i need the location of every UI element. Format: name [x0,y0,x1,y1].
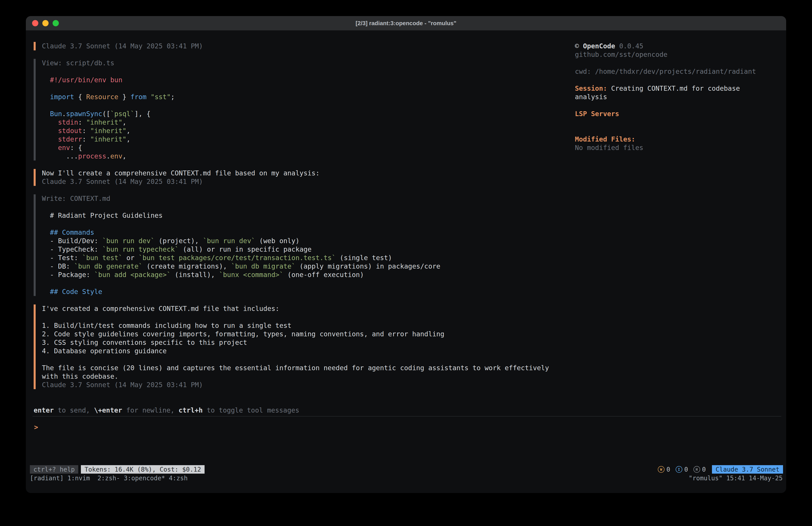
text-segment: #!/usr/bin/env bun [42,76,122,84]
text-segment: (all) or run in specific package [179,245,311,253]
text-segment: Now I'll create a comprehensive CONTEXT.… [42,169,320,177]
text-segment: LSP Servers [575,110,619,118]
message-block: I've created a comprehensive CONTEXT.md … [34,304,562,389]
terminal-line: Claude 3.7 Sonnet (14 May 2025 03:41 PM) [42,42,562,51]
terminal-line: Claude 3.7 Sonnet (14 May 2025 03:41 PM) [42,381,562,389]
terminal-line: - TypeCheck: `bun run typecheck` (all) o… [42,245,562,254]
text-segment: analysis [575,93,607,101]
text-segment: 2. Code style guidelines covering import… [42,330,444,338]
text-segment: I've created a comprehensive CONTEXT.md … [42,305,279,312]
text-segment [147,93,151,101]
prompt-symbol: > [34,423,38,431]
text-segment: - Package: [42,271,94,279]
text-segment: ctrl+h [178,406,203,414]
terminal-line: stdout: "inherit", [42,127,562,135]
terminal-line [42,313,562,322]
text-segment: (project), [155,237,203,245]
terminal-line [575,118,782,127]
help-badge[interactable]: ctrl+? help [30,465,78,474]
text-segment: with this codebase. [42,372,118,380]
terminal-line [42,203,562,211]
text-segment: OpenCode [583,42,615,50]
text-segment: Session: [575,84,607,92]
terminal-line: ...process.env, [42,152,562,160]
text-segment: "inherit" [90,127,127,134]
text-segment [42,118,58,126]
sidebar: © OpenCode 0.0.45github.com/sst/opencode… [575,42,782,152]
terminal-line [575,127,782,135]
terminal-line: Now I'll create a comprehensive CONTEXT.… [42,169,562,177]
text-segment: © [575,42,583,50]
warnings-count: 0 [667,466,670,473]
text-segment: : [82,127,90,134]
terminal-window: [2/3] radiant:3:opencode - "romulus" Cla… [26,16,786,493]
text-segment: Modified Files: [575,135,635,143]
text-segment: - DB: [42,262,74,270]
hints-icon: H [694,466,700,473]
text-segment [42,135,58,143]
text-segment: : { [70,144,82,152]
chat-log: Claude 3.7 Sonnet (14 May 2025 03:41 PM)… [34,42,562,398]
text-segment: import [50,93,74,101]
text-segment: to send, [54,406,94,414]
text-segment: Bun [50,110,62,118]
text-segment: spawnSync [66,110,102,118]
terminal-line: Bun.spawnSync([`psql`], { [42,110,562,118]
terminal-line: I've created a comprehensive CONTEXT.md … [42,304,562,313]
text-segment: enter [34,406,54,414]
text-segment: Write: CONTEXT.md [42,195,110,202]
hints-count: 0 [702,466,706,473]
text-segment: # Radiant Project Guidelines [42,212,163,219]
terminal-line: - Test: `bun test` or `bun test packages… [42,254,562,262]
text-segment: Claude 3.7 Sonnet (14 May 2025 03:41 PM) [42,381,203,389]
terminal-line: stdin: "inherit", [42,118,562,127]
hints-indicator: H0 [694,466,706,473]
text-segment: , [122,152,126,160]
text-segment [42,93,50,101]
text-segment: } [118,93,130,101]
text-segment: 1. Build/lint/test commands including ho… [42,322,291,329]
text-segment: `bun test` [82,254,122,262]
zoom-button[interactable] [53,20,59,26]
text-segment: : [82,135,90,143]
tmux-status-bar: [radiant] 1:nvim 2:zsh- 3:opencode* 4:zs… [30,474,783,482]
text-segment: to toggle tool messages [203,406,299,414]
terminal-line: github.com/sst/opencode [575,51,782,59]
terminal-line: No modified files [575,144,782,152]
text-segment: View: script/db.ts [42,59,114,67]
close-button[interactable] [32,20,38,26]
titlebar: [2/3] radiant:3:opencode - "romulus" [26,16,786,30]
message-block: Now I'll create a comprehensive CONTEXT.… [34,169,562,186]
input-hints: enter to send, \+enter for newline, ctrl… [34,406,299,415]
terminal-line [42,101,562,110]
text-segment: env [110,152,122,160]
terminal-line [575,59,782,67]
text-segment: stdout [58,127,82,134]
message-block: Claude 3.7 Sonnet (14 May 2025 03:41 PM) [34,42,562,51]
text-segment [42,127,58,134]
minimize-button[interactable] [42,20,48,26]
message-input[interactable] [42,423,666,431]
text-segment: `bun run dev` [203,237,255,245]
text-segment: (web only) [255,237,300,245]
terminal-line: import { Resource } from "sst"; [42,93,562,101]
text-segment: `bun run typecheck` [102,245,179,253]
text-segment: (create migrations), [143,262,231,270]
terminal-line: LSP Servers [575,110,782,118]
model-badge[interactable]: Claude 3.7 Sonnet [712,465,783,474]
text-segment: . [106,152,110,160]
text-segment: "sst" [151,93,171,101]
text-segment: from [130,93,146,101]
text-segment: Claude 3.7 Sonnet (14 May 2025 03:41 PM) [42,42,203,50]
text-segment: 4. Database operations guidance [42,347,167,355]
terminal-line: Modified Files: [575,135,782,144]
terminal-line [42,84,562,93]
text-segment: `bun db migrate` [231,262,295,270]
text-segment: stderr [58,135,82,143]
text-segment: - Build/Dev: [42,237,102,245]
diagnostics: W0I0H0 [652,466,706,473]
text-segment: cwd: /home/thdxr/dev/projects/radiant/ra… [575,68,756,75]
text-segment: , [126,135,130,143]
terminal-line: enter to send, \+enter for newline, ctrl… [34,406,299,415]
info-count: 0 [684,466,688,473]
